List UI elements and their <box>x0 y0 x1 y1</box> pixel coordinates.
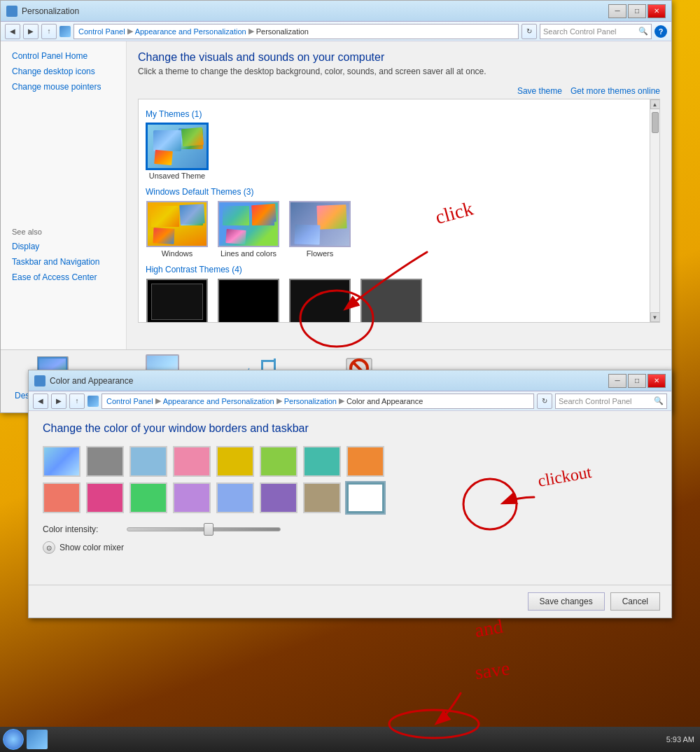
sidebar-change-mouse[interactable]: Change mouse pointers <box>1 79 126 95</box>
color-search-icon[interactable]: 🔍 <box>654 396 664 405</box>
theme-thumb-windows[interactable] <box>146 201 208 247</box>
swatch-green[interactable] <box>260 446 298 477</box>
swatch-pink[interactable] <box>173 446 211 477</box>
search-icon[interactable]: 🔍 <box>638 27 648 36</box>
color-swatches-row2 <box>43 482 657 513</box>
swatch-purple[interactable] <box>260 482 298 513</box>
color-titlebar-buttons: ─ □ ✕ <box>608 374 666 388</box>
theme-hc1[interactable] <box>146 279 209 323</box>
svg-rect-8 <box>261 360 276 362</box>
save-changes-button[interactable]: Save changes <box>528 592 605 611</box>
color-search-placeholder: Search Control Panel <box>559 397 632 405</box>
refresh-button[interactable]: ↻ <box>522 24 537 39</box>
scroll-down-btn[interactable]: ▼ <box>650 312 660 322</box>
swatch-white[interactable] <box>346 482 384 513</box>
swatch-lavender[interactable] <box>173 482 211 513</box>
swatch-sky[interactable] <box>43 446 80 477</box>
swatch-tan[interactable] <box>303 482 341 513</box>
toolbar: ◀ ▶ ↑ Control Panel ▶ Appearance and Per… <box>1 22 671 41</box>
back-button[interactable]: ◀ <box>5 24 20 39</box>
theme-lines-colors[interactable]: Lines and colors <box>217 201 280 258</box>
swatch-cornflower[interactable] <box>216 482 254 513</box>
sidebar-taskbar[interactable]: Taskbar and Navigation <box>1 254 126 270</box>
color-maximize-button[interactable]: □ <box>628 374 646 388</box>
sidebar-ease-access[interactable]: Ease of Access Center <box>1 270 126 285</box>
minimize-button[interactable]: ─ <box>608 4 626 18</box>
forward-button[interactable]: ▶ <box>23 24 38 39</box>
sidebar-display[interactable]: Display <box>1 239 126 254</box>
save-bar: Save theme Get more themes online <box>138 83 660 99</box>
intensity-thumb[interactable] <box>204 523 214 536</box>
intensity-slider[interactable] <box>127 527 281 531</box>
color-refresh-button[interactable]: ↻ <box>537 394 552 409</box>
color-search-box[interactable]: Search Control Panel 🔍 <box>555 394 667 409</box>
color-forward-button[interactable]: ▶ <box>51 394 66 409</box>
theme-windows[interactable]: Windows <box>146 201 209 258</box>
themes-scroll-area[interactable]: My Themes (1) Unsaved Theme Windows Defa… <box>138 99 660 323</box>
color-back-button[interactable]: ◀ <box>33 394 48 409</box>
color-appearance-window: Color and Appearance ─ □ ✕ ◀ ▶ ↑ Control… <box>28 370 672 618</box>
window2-footer: Save changes Cancel <box>29 585 671 618</box>
search-placeholder: Search Control Panel <box>543 27 617 36</box>
mixer-label: Show color mixer <box>59 543 124 552</box>
save-theme-link[interactable]: Save theme <box>517 86 562 96</box>
theme-thumb-flowers[interactable] <box>289 201 351 247</box>
main-title: Change the visuals and sounds on your co… <box>138 51 660 64</box>
theme-thumb-hc2[interactable] <box>218 279 279 323</box>
color-bc-2[interactable]: Appearance and Personalization <box>163 397 274 405</box>
theme-thumb-unsaved[interactable] <box>146 123 208 169</box>
main-subtitle: Click a theme to change the desktop back… <box>138 67 660 76</box>
up-button[interactable]: ↑ <box>41 24 57 39</box>
swatch-lime[interactable] <box>130 482 167 513</box>
mixer-arrow-icon[interactable]: ⊙ <box>43 541 55 554</box>
start-button[interactable] <box>3 729 24 750</box>
help-icon[interactable]: ? <box>654 25 667 38</box>
swatch-yellow[interactable] <box>216 446 254 477</box>
color-bc-4: Color and Appearance <box>346 397 423 405</box>
breadcrumb-bar[interactable]: Control Panel ▶ Appearance and Personali… <box>74 24 519 39</box>
search-box[interactable]: Search Control Panel 🔍 <box>540 24 652 39</box>
theme-hc3[interactable] <box>288 279 351 323</box>
cancel-button[interactable]: Cancel <box>610 592 660 611</box>
swatch-salmon[interactable] <box>43 482 80 513</box>
theme-unsaved[interactable]: Unsaved Theme <box>146 123 209 180</box>
theme-label-unsaved: Unsaved Theme <box>149 172 206 180</box>
windows-default-header: Windows Default Themes (3) <box>146 187 652 197</box>
taskbar-icon-chrome[interactable] <box>27 730 48 749</box>
swatch-orange[interactable] <box>346 446 384 477</box>
color-window-title: Color and Appearance <box>50 376 608 386</box>
theme-thumb-hc4[interactable] <box>360 279 422 323</box>
close-button[interactable]: ✕ <box>648 4 666 18</box>
scroll-up-btn[interactable]: ▲ <box>650 99 660 109</box>
breadcrumb-item-2[interactable]: Appearance and Personalization <box>135 27 246 36</box>
swatch-light-blue[interactable] <box>130 446 167 477</box>
swatch-teal[interactable] <box>303 446 341 477</box>
theme-hc2[interactable] <box>217 279 280 323</box>
color-bc-1[interactable]: Control Panel <box>106 397 153 405</box>
swatch-gray[interactable] <box>86 446 124 477</box>
show-color-mixer[interactable]: ⊙ Show color mixer <box>43 541 657 554</box>
theme-thumb-hc1[interactable] <box>146 279 208 323</box>
color-minimize-button[interactable]: ─ <box>608 374 626 388</box>
theme-hc4[interactable] <box>360 279 423 323</box>
my-themes-header: My Themes (1) <box>146 109 652 119</box>
color-address-icon <box>88 396 99 407</box>
theme-flowers[interactable]: Flowers <box>288 201 351 258</box>
theme-thumb-lines[interactable] <box>218 201 279 247</box>
scroll-bar[interactable]: ▲ ▼ <box>650 99 659 322</box>
color-close-button[interactable]: ✕ <box>648 374 666 388</box>
color-up-button[interactable]: ↑ <box>69 394 85 409</box>
get-more-link[interactable]: Get more themes online <box>570 86 660 96</box>
sidebar: Control Panel Home Change desktop icons … <box>1 41 127 349</box>
color-bc-3[interactable]: Personalization <box>284 397 337 405</box>
sidebar-control-panel-home[interactable]: Control Panel Home <box>1 48 126 64</box>
scroll-thumb[interactable] <box>652 112 659 133</box>
titlebar-buttons: ─ □ ✕ <box>608 4 666 18</box>
color-swatches-row1 <box>43 446 657 477</box>
color-breadcrumb[interactable]: Control Panel ▶ Appearance and Personali… <box>102 394 534 409</box>
theme-thumb-hc3[interactable] <box>289 279 351 323</box>
swatch-hot-pink[interactable] <box>86 482 124 513</box>
breadcrumb-item-1[interactable]: Control Panel <box>78 27 125 36</box>
maximize-button[interactable]: □ <box>628 4 646 18</box>
sidebar-change-desktop[interactable]: Change desktop icons <box>1 64 126 79</box>
